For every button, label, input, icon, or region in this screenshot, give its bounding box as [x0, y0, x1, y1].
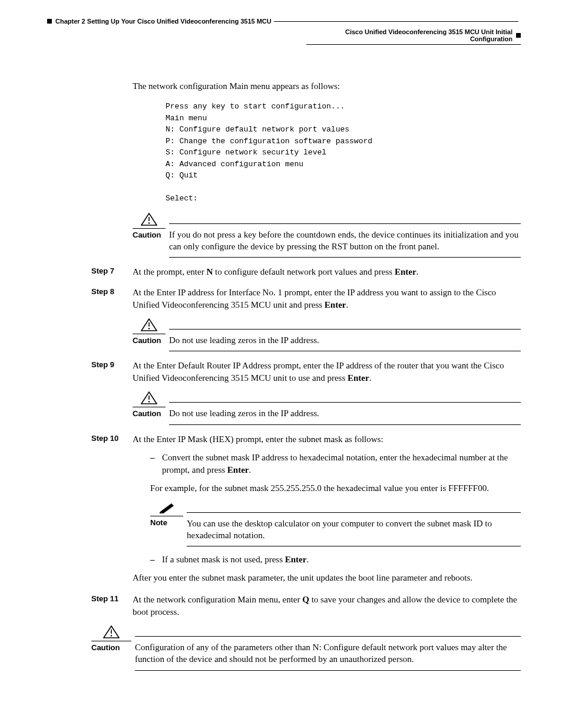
caution-icon — [91, 625, 131, 641]
step-row: Step 9 At the Enter Default Router IP Ad… — [133, 360, 521, 384]
caution-text: Do not use leading zeros in the IP addre… — [169, 402, 521, 424]
step-body: At the Enter IP Mask (HEX) prompt, enter… — [133, 433, 521, 591]
caution-label: Caution — [133, 335, 166, 346]
intro-text: The network configuration Main menu appe… — [133, 80, 521, 93]
caution-label: Caution — [133, 230, 166, 241]
step-body: At the network configuration Main menu, … — [133, 594, 521, 618]
step-row: Step 10 At the Enter IP Mask (HEX) promp… — [133, 433, 521, 591]
svg-point-3 — [148, 328, 150, 329]
step-row: Step 11 At the network configuration Mai… — [133, 594, 521, 618]
note-label: Note — [150, 518, 183, 528]
step-body: At the prompt, enter N to configure defa… — [133, 266, 521, 278]
caution-icon — [133, 391, 166, 407]
caution-label: Caution — [133, 409, 166, 419]
step-label: Step 11 — [91, 594, 133, 618]
after-text: After you enter the subnet mask paramete… — [133, 572, 521, 584]
caution-block: Caution Configuration of any of the para… — [91, 625, 521, 671]
header-square-icon — [47, 19, 52, 24]
step-row: Step 7 At the prompt, enter N to configu… — [133, 266, 521, 278]
caution-text: Configuration of any of the parameters o… — [135, 636, 521, 671]
caution-label: Caution — [91, 643, 131, 653]
caution-block: Caution Do not use leading zeros in the … — [133, 391, 521, 424]
running-header: Chapter 2 Setting Up Your Cisco Unified … — [47, 18, 521, 25]
section-header: Cisco Unified Videoconferencing 3515 MCU… — [47, 28, 521, 45]
caution-icon — [133, 318, 166, 334]
svg-point-1 — [148, 222, 150, 223]
step-label: Step 9 — [91, 360, 133, 384]
code-block: Press any key to start configuration... … — [166, 101, 521, 205]
step-row: Step 8 At the Enter IP address for Inter… — [133, 286, 521, 311]
caution-icon — [133, 213, 166, 229]
bullet: – Convert the subnet mask IP address to … — [150, 452, 521, 476]
note-icon — [150, 502, 183, 516]
caution-text: If you do not press a key before the cou… — [169, 223, 521, 258]
step-label: Step 10 — [91, 433, 133, 591]
step-body: At the Enter IP address for Interface No… — [133, 286, 521, 311]
chapter-label: Chapter 2 Setting Up Your Cisco Unified … — [52, 18, 272, 25]
svg-point-7 — [111, 635, 112, 636]
step-body: At the Enter Default Router IP Address p… — [133, 360, 521, 384]
caution-block: Caution Do not use leading zeros in the … — [133, 318, 521, 351]
step-label: Step 8 — [91, 286, 133, 311]
note-block: Note You can use the desktop calculator … — [150, 502, 521, 547]
bullet: – If a subnet mask is not used, press En… — [150, 554, 521, 566]
svg-point-5 — [148, 401, 150, 403]
example-text: For example, for the subnet mask 255.255… — [150, 482, 521, 495]
section-label: Cisco Unified Videoconferencing 3515 MCU… — [306, 28, 513, 42]
caution-text: Do not use leading zeros in the IP addre… — [169, 329, 521, 351]
caution-block: Caution If you do not press a key before… — [133, 213, 521, 258]
note-text: You can use the desktop calculator on yo… — [187, 512, 521, 547]
step-label: Step 7 — [91, 266, 133, 278]
section-square-icon — [516, 33, 521, 38]
